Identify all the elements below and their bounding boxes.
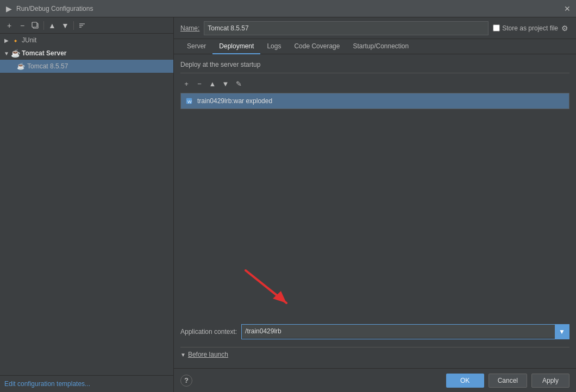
- apply-button[interactable]: Apply: [531, 374, 569, 388]
- deploy-section-title: Deploy at the server startup: [180, 61, 569, 68]
- tab-logs[interactable]: Logs: [260, 39, 287, 54]
- tab-code-coverage[interactable]: Code Coverage: [287, 39, 346, 54]
- main-layout: + − ▲ ▼ ▶ ⬥ JUnit ▼ ☕ T: [0, 17, 576, 392]
- app-context-row: Application context: ▼: [180, 321, 569, 343]
- copy-config-button[interactable]: [29, 20, 41, 31]
- tomcat-instance-label: Tomcat 8.5.57: [27, 62, 68, 70]
- left-panel: + − ▲ ▼ ▶ ⬥ JUnit ▼ ☕ T: [0, 17, 174, 392]
- move-down-button[interactable]: ▼: [59, 20, 71, 31]
- close-button[interactable]: ✕: [563, 4, 572, 13]
- store-as-project-checkbox[interactable]: [493, 24, 500, 31]
- tabs-bar: Server Deployment Logs Code Coverage Sta…: [174, 39, 576, 54]
- before-launch-label: Before launch: [188, 351, 228, 358]
- bottom-left: ?: [180, 375, 192, 387]
- deploy-item-label: train0429lrb:war exploded: [197, 97, 272, 105]
- deploy-list: W train0429lrb:war exploded: [180, 93, 569, 109]
- bottom-right: OK Cancel Apply: [446, 374, 569, 388]
- app-context-wrapper: ▼: [241, 324, 569, 339]
- tomcat-server-icon: ☕: [11, 49, 20, 58]
- ok-button[interactable]: OK: [446, 374, 484, 388]
- edit-templates-link[interactable]: Edit configuration templates...: [4, 380, 90, 388]
- content-spacer: [180, 109, 569, 321]
- remove-config-button[interactable]: −: [16, 20, 28, 31]
- junit-label: JUnit: [22, 36, 36, 44]
- config-name-input[interactable]: [204, 21, 489, 35]
- before-launch-arrow-icon: ▼: [180, 352, 186, 358]
- toolbar-separator2: [73, 21, 74, 30]
- dialog-title: Run/Debug Configurations: [16, 5, 563, 12]
- svg-text:W: W: [187, 99, 192, 104]
- deploy-list-item[interactable]: W train0429lrb:war exploded: [181, 93, 569, 109]
- tomcat-instance-icon: ☕: [16, 62, 25, 71]
- help-button[interactable]: ?: [180, 375, 192, 387]
- name-label: Name:: [180, 24, 199, 32]
- sort-button[interactable]: [76, 20, 88, 31]
- expand-arrow-junit: ▶: [3, 37, 10, 43]
- before-launch-header: ▼ Before launch: [180, 351, 569, 358]
- store-label: Store as project file: [502, 24, 558, 32]
- arrow-indicator: [235, 260, 300, 315]
- store-checkbox-area: Store as project file ⚙: [493, 24, 569, 33]
- junit-icon: ⬥: [11, 36, 20, 45]
- section-divider: [180, 73, 569, 73]
- deploy-remove-button[interactable]: −: [193, 78, 205, 90]
- deploy-toolbar: + − ▲ ▼ ✎: [180, 78, 569, 90]
- deploy-edit-button[interactable]: ✎: [233, 78, 245, 90]
- deploy-move-up-button[interactable]: ▲: [206, 78, 218, 90]
- app-context-input[interactable]: [242, 325, 555, 338]
- config-header: Name: Store as project file ⚙: [174, 17, 576, 39]
- deploy-move-down-button[interactable]: ▼: [220, 78, 231, 90]
- bottom-bar: ? OK Cancel Apply: [174, 368, 576, 392]
- before-launch-section: ▼ Before launch: [180, 347, 569, 362]
- expand-arrow-tomcat: ▼: [3, 50, 10, 56]
- tab-deployment[interactable]: Deployment: [212, 39, 260, 54]
- config-toolbar: + − ▲ ▼: [0, 17, 173, 34]
- right-panel: Name: Store as project file ⚙ Server Dep…: [174, 17, 576, 392]
- app-context-label: Application context:: [180, 328, 237, 336]
- gear-button[interactable]: ⚙: [560, 24, 569, 33]
- title-bar: ▶ Run/Debug Configurations ✕: [0, 0, 576, 17]
- tree-item-tomcat-instance[interactable]: ☕ Tomcat 8.5.57: [0, 60, 173, 73]
- config-tree: ▶ ⬥ JUnit ▼ ☕ Tomcat Server ☕ Tomcat 8.5…: [0, 34, 173, 375]
- dialog-icon: ▶: [4, 4, 13, 13]
- tab-server[interactable]: Server: [180, 39, 212, 54]
- app-context-dropdown-button[interactable]: ▼: [555, 325, 569, 339]
- deploy-add-button[interactable]: +: [180, 78, 192, 90]
- tomcat-server-label: Tomcat Server: [22, 49, 66, 57]
- tree-item-junit[interactable]: ▶ ⬥ JUnit: [0, 34, 173, 47]
- left-panel-bottom: Edit configuration templates...: [0, 375, 173, 392]
- svg-rect-1: [32, 22, 37, 27]
- deploy-item-icon: W: [185, 97, 194, 105]
- tree-item-tomcat-server[interactable]: ▼ ☕ Tomcat Server: [0, 47, 173, 60]
- toolbar-separator: [43, 21, 44, 30]
- tab-content: Deploy at the server startup + − ▲ ▼ ✎ W: [174, 54, 576, 368]
- move-up-button[interactable]: ▲: [46, 20, 58, 31]
- cancel-button[interactable]: Cancel: [489, 374, 527, 388]
- tab-startup-connection[interactable]: Startup/Connection: [346, 39, 415, 54]
- add-config-button[interactable]: +: [3, 20, 15, 31]
